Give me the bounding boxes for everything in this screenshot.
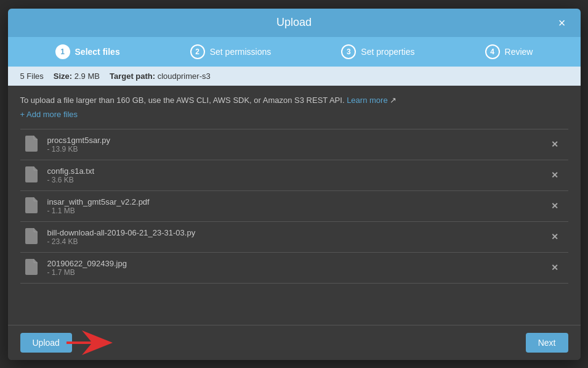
modal-header: Upload × bbox=[8, 9, 581, 37]
file-left: insar_with_gmt5sar_v2.2.pdf - 1.1 MB bbox=[25, 197, 150, 215]
file-icon bbox=[25, 228, 40, 245]
step-3-number: 3 bbox=[341, 44, 356, 59]
step-3[interactable]: 3 Set properties bbox=[341, 44, 414, 59]
file-item: config.s1a.txt - 3.6 KB ✕ bbox=[20, 160, 568, 191]
target-label: Target path: bbox=[110, 72, 155, 81]
remove-file-button[interactable]: ✕ bbox=[546, 229, 563, 244]
footer: Upload Next bbox=[8, 325, 581, 360]
file-size: - 1.1 MB bbox=[47, 206, 150, 215]
file-info: procs1gmt5sar.py - 13.9 KB bbox=[47, 136, 111, 153]
file-name: procs1gmt5sar.py bbox=[47, 136, 111, 145]
file-name: bill-download-all-2019-06-21_23-31-03.py bbox=[47, 228, 196, 237]
step-2-number: 2 bbox=[190, 44, 205, 59]
add-more-files-button[interactable]: + Add more files bbox=[20, 110, 568, 119]
file-size: - 13.9 KB bbox=[47, 145, 111, 153]
file-info: 20190622_092439.jpg - 1.7 MB bbox=[47, 259, 127, 277]
notice-text: To upload a file larger than 160 GB, use… bbox=[20, 96, 568, 105]
learn-more-link[interactable]: Learn more bbox=[347, 96, 387, 105]
remove-file-button[interactable]: ✕ bbox=[546, 137, 563, 152]
size-value: 2.9 MB bbox=[75, 72, 100, 81]
svg-marker-0 bbox=[66, 330, 113, 355]
remove-file-button[interactable]: ✕ bbox=[546, 168, 563, 182]
file-left: config.s1a.txt - 3.6 KB bbox=[25, 166, 95, 184]
file-left: 20190622_092439.jpg - 1.7 MB bbox=[25, 259, 127, 277]
upload-modal: Upload × 1 Select files 2 Set permission… bbox=[8, 9, 581, 360]
file-info: insar_with_gmt5sar_v2.2.pdf - 1.1 MB bbox=[47, 197, 150, 215]
step-1-label: Select files bbox=[75, 47, 120, 57]
file-icon bbox=[25, 166, 40, 184]
step-2-label: Set permissions bbox=[210, 47, 272, 57]
target-value: cloudprimer-s3 bbox=[158, 72, 211, 81]
file-size: - 23.4 KB bbox=[47, 237, 196, 246]
step-4[interactable]: 4 Review bbox=[485, 44, 533, 59]
step-1[interactable]: 1 Select files bbox=[55, 44, 120, 59]
step-2[interactable]: 2 Set permissions bbox=[190, 44, 272, 59]
file-name: insar_with_gmt5sar_v2.2.pdf bbox=[47, 197, 150, 206]
file-item: bill-download-all-2019-06-21_23-31-03.py… bbox=[20, 222, 568, 253]
file-item: procs1gmt5sar.py - 13.9 KB ✕ bbox=[20, 129, 568, 160]
file-icon bbox=[25, 136, 40, 153]
file-item: insar_with_gmt5sar_v2.2.pdf - 1.1 MB ✕ bbox=[20, 191, 568, 222]
steps-bar: 1 Select files 2 Set permissions 3 Set p… bbox=[8, 37, 581, 67]
file-size: - 3.6 KB bbox=[47, 176, 95, 184]
file-info: bill-download-all-2019-06-21_23-31-03.py… bbox=[47, 228, 196, 246]
files-count: 5 Files bbox=[20, 72, 44, 81]
modal-overlay: Upload × 1 Select files 2 Set permission… bbox=[0, 0, 588, 368]
file-left: bill-download-all-2019-06-21_23-31-03.py… bbox=[25, 228, 196, 246]
next-button[interactable]: Next bbox=[526, 333, 568, 353]
remove-file-button[interactable]: ✕ bbox=[546, 260, 563, 275]
file-name: 20190622_092439.jpg bbox=[47, 259, 127, 268]
arrow-indicator bbox=[63, 330, 113, 355]
step-3-label: Set properties bbox=[361, 47, 414, 57]
file-icon bbox=[25, 259, 40, 276]
info-bar: 5 Files Size: 2.9 MB Target path: cloudp… bbox=[8, 67, 581, 86]
size-label: Size: bbox=[54, 72, 72, 81]
file-list: procs1gmt5sar.py - 13.9 KB ✕ config.s1a.… bbox=[20, 129, 568, 284]
file-size: - 1.7 MB bbox=[47, 268, 127, 277]
step-4-label: Review bbox=[505, 47, 533, 57]
step-1-number: 1 bbox=[55, 44, 70, 59]
file-icon bbox=[25, 197, 40, 215]
file-name: config.s1a.txt bbox=[47, 166, 95, 176]
target-info: Target path: cloudprimer-s3 bbox=[110, 72, 211, 81]
content-area: To upload a file larger than 160 GB, use… bbox=[8, 86, 581, 325]
remove-file-button[interactable]: ✕ bbox=[546, 198, 563, 213]
file-item: 20190622_092439.jpg - 1.7 MB ✕ bbox=[20, 253, 568, 284]
file-left: procs1gmt5sar.py - 13.9 KB bbox=[25, 136, 111, 153]
step-4-number: 4 bbox=[485, 44, 500, 59]
modal-title: Upload bbox=[276, 16, 312, 29]
file-info: config.s1a.txt - 3.6 KB bbox=[47, 166, 95, 184]
size-info: Size: 2.9 MB bbox=[54, 72, 100, 81]
close-button[interactable]: × bbox=[554, 14, 571, 31]
